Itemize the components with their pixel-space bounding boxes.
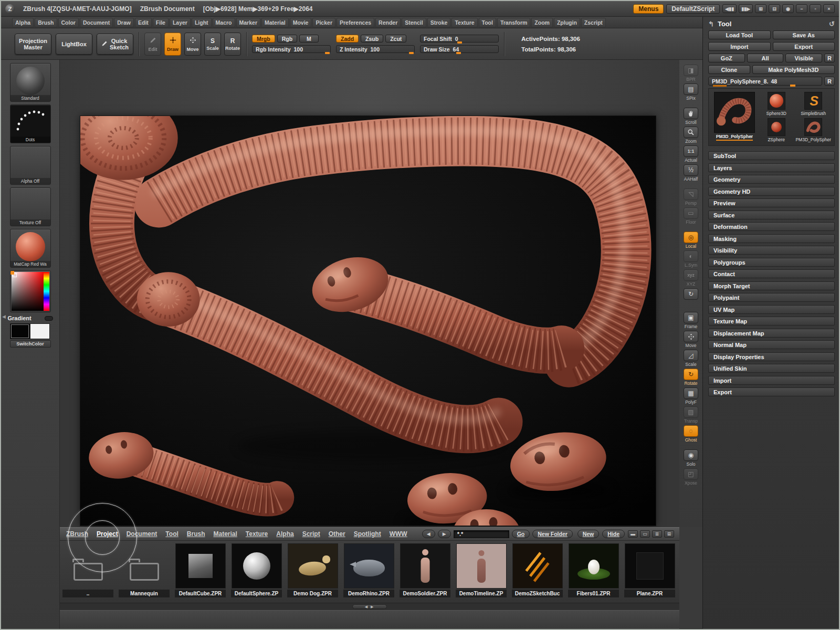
edit-button[interactable]: Edit (144, 33, 161, 56)
lightbox-tab-project[interactable]: Project (97, 530, 118, 538)
saturation-value-area[interactable] (12, 272, 44, 311)
tool-section-deformation[interactable]: Deformation (708, 222, 835, 231)
menu-stencil[interactable]: Stencil (402, 18, 426, 27)
goz-button[interactable]: GoZ (708, 54, 745, 62)
tool-section-unified-skin[interactable]: Unified Skin (708, 364, 835, 373)
load-tool-button[interactable]: Load Tool (708, 30, 771, 39)
move-button[interactable]: Move (184, 33, 201, 56)
r-button[interactable]: R (824, 54, 835, 62)
tool-section-geometry[interactable]: Geometry (708, 175, 835, 184)
lightbox-tab-other[interactable]: Other (329, 530, 345, 538)
all-button[interactable]: All (747, 54, 784, 62)
shelf-spix-button[interactable]: ▤SPix (681, 82, 701, 101)
palette-hook-icon[interactable]: ↰ (708, 20, 714, 28)
rotate-button[interactable]: R Rotate (224, 33, 241, 56)
lightbox-tab-alpha[interactable]: Alpha (276, 530, 293, 538)
color-picker[interactable] (10, 270, 51, 312)
lightbox-item-demosoldier-zpr[interactable]: DemoSoldier.ZPR (397, 541, 453, 603)
z-intensity-slider[interactable]: Z Intensity 100 (336, 45, 415, 53)
lightbox-tab-tool[interactable]: Tool (165, 530, 178, 538)
lightbox-filter-input[interactable] (454, 530, 509, 538)
shelf-local-button[interactable]: ◎Local (681, 230, 701, 249)
zcut-button[interactable]: Zcut (385, 35, 406, 43)
lightbox-go-button[interactable]: Go (512, 530, 530, 538)
menu-alpha[interactable]: Alpha (12, 18, 34, 27)
export-button[interactable]: Export (773, 42, 835, 51)
tool-section-polypaint[interactable]: Polypaint (708, 293, 835, 302)
tool-section-import[interactable]: Import (708, 376, 835, 385)
new-folder-button[interactable]: New Folder (532, 530, 573, 538)
menu-picker[interactable]: Picker (312, 18, 335, 27)
secondary-color-swatch[interactable] (30, 323, 50, 339)
current-texture[interactable]: Texture Off (10, 187, 51, 226)
make-polymesh3d-button[interactable]: Make PolyMesh3D (752, 65, 835, 74)
menu-render[interactable]: Render (375, 18, 401, 27)
lightbox-hide-button[interactable]: Hide (602, 530, 625, 538)
quick-sketch-button[interactable]: Quick Sketch (97, 34, 133, 55)
view-box-icon[interactable]: ▭ (640, 530, 650, 538)
tool-section-polygroups[interactable]: Polygroups (708, 258, 835, 267)
lightbox-back-button[interactable]: ◀ (422, 530, 435, 538)
shelf-actual-button[interactable]: 1:1Actual (681, 144, 701, 163)
zsub-button[interactable]: Zsub (361, 35, 383, 43)
tool-section-masking[interactable]: Masking (708, 234, 835, 243)
tool-section-contact[interactable]: Contact (708, 269, 835, 278)
lightbox-item-demozsketchbuc[interactable]: DemoZSketchBuc (509, 541, 565, 603)
menu-edit[interactable]: Edit (135, 18, 152, 27)
menu-stroke[interactable]: Stroke (427, 18, 451, 27)
tool-section-surface[interactable]: Surface (708, 211, 835, 219)
lightbox-item-demotimeline-zp[interactable]: DemoTimeline.ZP (453, 541, 509, 603)
visible-button[interactable]: Visible (785, 54, 822, 62)
lightbox-tab-document[interactable]: Document (127, 530, 158, 538)
mrgb-button[interactable]: Mrgb (252, 35, 275, 43)
lightbox-item-item[interactable]: .. (60, 541, 116, 603)
draw-button[interactable]: Draw (164, 33, 181, 56)
tool-section-uv-map[interactable]: UV Map (708, 305, 835, 314)
menu-texture[interactable]: Texture (452, 18, 477, 27)
shelf-ghost-button[interactable]: ◌Ghost (681, 424, 701, 443)
menu-movie[interactable]: Movie (290, 18, 312, 27)
lightbox-tab-spotlight[interactable]: Spotlight (354, 530, 381, 538)
shelf-scale-button[interactable]: ◿Scale (681, 348, 701, 367)
menu-tool[interactable]: Tool (479, 18, 496, 27)
lightbox-tab-brush[interactable]: Brush (187, 530, 205, 538)
current-material[interactable]: MatCap Red Wa (10, 229, 51, 268)
menu-zscript[interactable]: Zscript (581, 18, 606, 27)
dock-right-button[interactable]: ⊟ (769, 4, 780, 13)
rgb-button[interactable]: Rgb (277, 35, 297, 43)
rgb-intensity-slider[interactable]: Rgb Intensity 100 (252, 45, 331, 53)
switch-color-button[interactable]: SwitchColor (10, 340, 51, 348)
menu-marker[interactable]: Marker (236, 18, 260, 27)
tool-section-normal-map[interactable]: Normal Map (708, 340, 835, 349)
lightbox-tab-material[interactable]: Material (213, 530, 237, 538)
shelf-scroll-button[interactable]: Scroll (681, 106, 701, 125)
lightbox-button[interactable]: LightBox (56, 34, 92, 55)
tool-section-visibility[interactable]: Visibility (708, 246, 835, 255)
minimize-button[interactable]: − (796, 4, 807, 13)
lightbox-tab-texture[interactable]: Texture (246, 530, 268, 538)
draw-size-slider[interactable]: Draw Size 64 (420, 45, 499, 53)
tool-section-morph-target[interactable]: Morph Target (708, 281, 835, 290)
menu-light[interactable]: Light (192, 18, 212, 27)
slider-marker[interactable] (456, 52, 461, 54)
lightbox-item-fibers01-zpr[interactable]: Fibers01.ZPR (565, 541, 622, 603)
tool-section-preview[interactable]: Preview (708, 198, 835, 207)
menu-preferences[interactable]: Preferences (337, 18, 374, 27)
slider-marker[interactable] (325, 52, 330, 54)
shelf-solo-button[interactable]: ◉Solo (681, 448, 701, 467)
document-canvas[interactable] (80, 116, 656, 526)
slider-marker[interactable] (457, 41, 462, 44)
save-as-button[interactable]: Save As (773, 30, 835, 39)
tool-section-geometry-hd[interactable]: Geometry HD (708, 187, 835, 196)
recent-tool-pm3d-polyspher[interactable]: PM3D_PolySpher (795, 118, 831, 142)
menu-transform[interactable]: Transform (497, 18, 530, 27)
menu-brush[interactable]: Brush (35, 18, 57, 27)
lightbox-item-plane-zpr[interactable]: Plane.ZPR (622, 541, 678, 603)
tool-section-displacement-map[interactable]: Displacement Map (708, 329, 835, 338)
lightbox-item-demo-dog-zpr[interactable]: Demo Dog.ZPR (285, 541, 341, 603)
shelf-rotate-button[interactable]: ↻Rotate (681, 367, 701, 386)
lightbox-item-demorhino-zpr[interactable]: DemoRhino.ZPR (341, 541, 397, 603)
lightbox-scroll-handle[interactable]: ◀ ▶ (352, 604, 387, 609)
menu-zplugin[interactable]: Zplugin (554, 18, 580, 27)
shelf-spin-button[interactable]: ↻ (681, 287, 701, 305)
